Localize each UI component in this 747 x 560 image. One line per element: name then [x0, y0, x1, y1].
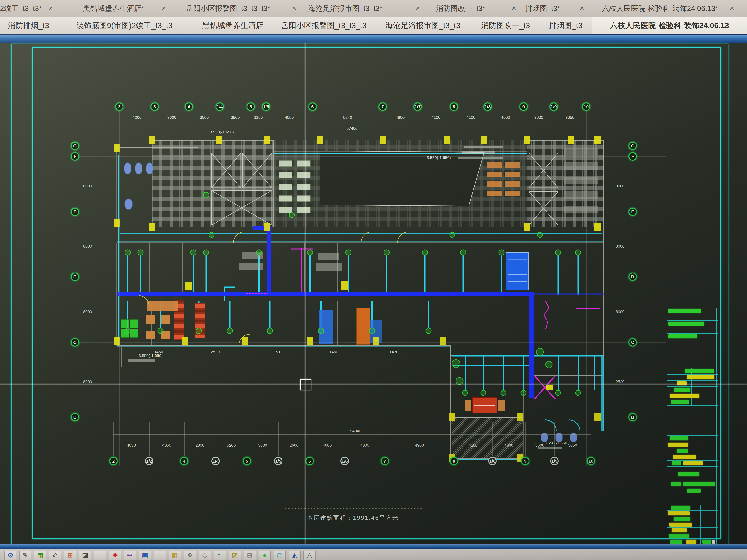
schedule-entry-bar	[687, 488, 701, 492]
schedule-row-line	[667, 454, 718, 454]
schedule-row-line	[667, 481, 718, 481]
dimension-line	[119, 125, 586, 126]
session-tab-1[interactable]: 黑钻城堡养生酒店*	[83, 3, 158, 14]
grid-bubble-top-5: 5	[247, 103, 255, 111]
dimension-text: 1250	[271, 350, 280, 354]
pipe-tool-icon[interactable]: ◍	[274, 551, 286, 560]
dimension-text: 2600	[290, 443, 299, 448]
schedule-row-line	[667, 386, 718, 387]
grid-tool-icon[interactable]: ⊞	[64, 551, 76, 560]
schedule-row-line	[667, 308, 718, 308]
doc-tab-3[interactable]: 岳阳小区报警图_t3_t3_t3	[274, 17, 374, 34]
hatch-tool-icon[interactable]: ▥	[169, 551, 181, 560]
grid-axis-stem	[454, 422, 454, 456]
funnel-tool-icon[interactable]: △	[304, 551, 315, 560]
grid-bubble-right-B: B	[628, 413, 637, 421]
note-blur	[458, 157, 504, 159]
doc-tab-6[interactable]: 排烟图_t3	[539, 17, 592, 34]
dimension-text: 8000	[616, 310, 625, 314]
cone-tool-icon[interactable]: ◭	[288, 551, 301, 560]
session-tab-3[interactable]: 海沧足浴报审图_t3_t3*	[308, 3, 410, 14]
grid-axis-stem	[525, 422, 525, 456]
diamond-tool-icon[interactable]: ◇	[199, 551, 211, 560]
session-tab-6[interactable]: 六枝人民医院-检验科-装饰24.06.13*	[602, 3, 724, 14]
doc-tab-5[interactable]: 消防图改一_t3	[472, 17, 540, 34]
grid-axis-line	[78, 212, 666, 212]
session-tab-close-icon[interactable]: ×	[578, 3, 586, 14]
dimension-text: 2520	[211, 350, 220, 354]
crosshair-horizontal	[0, 384, 747, 384]
dimension-line	[113, 434, 591, 434]
schedule-column-line	[691, 368, 692, 405]
dimension-text: 4050	[162, 443, 171, 448]
session-tab-4[interactable]: 消防图改一_t3*	[436, 3, 507, 14]
session-tab-2[interactable]: 岳阳小区报警图_t3_t3_t3*	[186, 3, 287, 14]
grid-axis-line	[523, 110, 524, 466]
schedule-row-line	[667, 320, 718, 321]
schedule-entry-bar	[670, 394, 699, 398]
elevation-label: 3.550(-1.650)	[544, 441, 568, 446]
grid-bubble-left-C: C	[71, 338, 79, 347]
grid-axis-line	[266, 110, 266, 466]
schedule-entry-bar	[687, 375, 714, 379]
strainer-tool-icon[interactable]: ⊟	[243, 551, 256, 560]
dimension-text: 4000	[505, 443, 513, 448]
dimension-text: 1430	[390, 350, 398, 354]
schedule-entry-bar	[672, 461, 681, 465]
sphere-tool-icon[interactable]: ●	[259, 551, 271, 560]
doc-tab-2[interactable]: 黑钻城堡养生酒店	[192, 17, 274, 34]
grid-bubble-bottom-1/4: 1/4	[211, 457, 220, 465]
doc-tab-0[interactable]: 消防排烟_t3	[0, 17, 57, 34]
grid-axis-line	[251, 110, 251, 466]
doc-tab-1[interactable]: 装饰底图9(审图)2竣工_t3_t3	[57, 17, 192, 34]
annotate-tool-icon[interactable]: ✐	[49, 551, 61, 560]
grid-axis-stem	[215, 422, 216, 456]
schedule-entry-bar	[673, 455, 696, 459]
grid-bubble-top-7: 7	[379, 103, 387, 111]
session-tab-close-icon[interactable]: ×	[47, 3, 55, 14]
doc-tab-7[interactable]: 六枝人民医院-检验科-装饰24.06.13	[592, 17, 747, 34]
grid-bubble-bottom-10: 10	[587, 457, 595, 465]
grid-axis-line	[189, 110, 189, 466]
fill-tool-icon[interactable]: ▨	[229, 551, 241, 560]
session-tab-close-icon[interactable]: ×	[290, 3, 299, 14]
schedule-row-line	[667, 374, 718, 375]
schedule-entry-bar	[668, 511, 690, 515]
slope-tool-icon[interactable]: ◪	[79, 551, 91, 560]
table-tool-icon[interactable]: ▦	[34, 551, 46, 560]
device-schedule-table	[667, 308, 718, 545]
elevation-label: 3.550(-1.650)	[210, 130, 234, 135]
dimension-text: 4000	[323, 443, 332, 448]
session-tab-close-icon[interactable]: ×	[414, 3, 422, 14]
session-tab-0[interactable]: 2竣工_t3_t3*	[0, 3, 43, 14]
edit-tool-icon[interactable]: ✏	[124, 551, 136, 560]
schedule-entry-bar	[685, 369, 714, 373]
dimension-text: 8000	[83, 379, 92, 384]
dim-tool-icon[interactable]: ❖	[184, 551, 196, 560]
session-tab-5[interactable]: 排烟图_t3*	[525, 3, 572, 14]
layers-tool-icon[interactable]: ☰	[154, 551, 166, 560]
grid-bubble-top-1/5: 1/5	[262, 103, 270, 111]
session-tab-close-icon[interactable]: ×	[510, 3, 518, 14]
command-line-strip	[0, 544, 747, 549]
valve-tool-icon[interactable]: ⚙	[4, 551, 17, 560]
drawing-viewport[interactable]: 2341/451/5671/781/891/91021/241/451/561/…	[0, 43, 747, 544]
dimension-line	[119, 114, 586, 114]
block-tool-icon[interactable]: ▣	[139, 551, 151, 560]
grid-bubble-top-1/8: 1/8	[484, 103, 492, 111]
schedule-entry-bar	[669, 534, 689, 538]
plus-tool-icon[interactable]: ✚	[109, 551, 121, 560]
grid-bubble-bottom-4: 4	[180, 457, 188, 465]
schedule-entry-bar	[671, 400, 689, 404]
dimension-text: 1150	[254, 115, 263, 120]
wave-tool-icon[interactable]: ≈	[214, 551, 226, 560]
schedule-row-line	[667, 435, 718, 436]
session-tab-close-icon[interactable]: ×	[728, 3, 736, 14]
elevation-label: 3.550(-1.650)	[138, 353, 163, 358]
dimension-text: 4100	[469, 443, 478, 448]
schedule-row-line	[667, 460, 718, 461]
doc-tab-4[interactable]: 海沧足浴报审图_t3_t3	[374, 17, 472, 34]
session-tab-close-icon[interactable]: ×	[160, 3, 168, 14]
pen-tool-icon[interactable]: ✎	[19, 551, 31, 560]
axis-tool-icon[interactable]: ╪	[94, 551, 106, 560]
